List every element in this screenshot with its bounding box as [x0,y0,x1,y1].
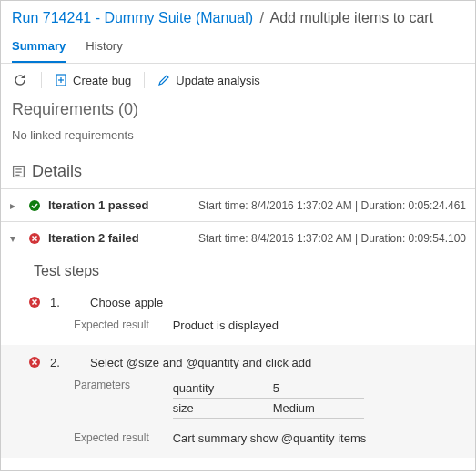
iteration-label: Iteration 2 failed [48,231,139,245]
iteration-header[interactable]: ▾ Iteration 2 failed Start time: 8/4/201… [1,222,475,254]
step-action: Select @size and @quantity and click add [79,356,311,369]
iteration-row: ▾ Iteration 2 failed Start time: 8/4/201… [1,222,475,470]
breadcrumb-current: Add multiple items to cart [269,10,433,25]
param-value: 5 [273,379,364,399]
expected-result-label: Expected result [74,431,169,444]
details-title: Details [32,162,82,181]
svg-rect-5 [15,172,21,173]
expected-result-label: Expected result [74,318,169,331]
iteration-label: Iteration 1 passed [48,198,149,212]
toolbar-divider [41,72,42,88]
details-icon [12,165,25,178]
details-header: Details [1,157,475,189]
tabs: Summary History [1,32,475,64]
table-row: size Medium [173,399,364,419]
requirements-title: Requirements (0) [1,96,475,125]
step-action: Choose apple [79,296,163,309]
test-step: 2. Select @size and @quantity and click … [1,345,475,458]
iteration-row: ▸ Iteration 1 passed Start time: 8/4/201… [1,189,475,222]
requirements-empty: No linked requirements [1,125,475,157]
create-bug-label: Create bug [73,74,131,87]
step-status-failed-icon [28,296,41,308]
param-name: size [173,399,273,419]
breadcrumb-separator: / [259,10,263,25]
refresh-icon [13,73,27,87]
param-value: Medium [273,399,364,419]
expected-result-value: Cart summary show @quantity items [173,431,367,445]
test-steps-title: Test steps [28,258,466,290]
parameters-table: quantity 5 size Medium [173,379,364,419]
test-step: 1. Choose apple Expected result Product … [28,290,466,345]
iteration-meta: Start time: 8/4/2016 1:37:02 AM | Durati… [198,232,466,245]
chevron-right-icon: ▸ [10,199,21,212]
create-bug-button[interactable]: Create bug [55,74,131,87]
chevron-down-icon: ▾ [10,232,21,245]
expected-result-value: Product is displayed [173,318,279,332]
toolbar-divider [144,72,145,88]
pencil-icon [157,74,170,86]
status-failed-icon [28,232,41,245]
step-number: 1. [50,296,70,309]
breadcrumb-link[interactable]: Run 714241 - Dummy Suite (Manual) [12,10,253,25]
update-analysis-button[interactable]: Update analysis [157,74,260,87]
svg-rect-6 [15,175,19,176]
update-analysis-label: Update analysis [176,74,260,87]
step-number: 2. [50,356,70,369]
svg-rect-4 [15,168,21,169]
toolbar: Create bug Update analysis [1,64,475,96]
tab-history[interactable]: History [86,32,122,63]
tab-summary[interactable]: Summary [12,32,66,63]
iteration-header[interactable]: ▸ Iteration 1 passed Start time: 8/4/201… [1,189,475,221]
param-name: quantity [173,379,273,399]
iteration-meta: Start time: 8/4/2016 1:37:02 AM | Durati… [198,199,466,212]
table-row: quantity 5 [173,379,364,399]
breadcrumb: Run 714241 - Dummy Suite (Manual) / Add … [1,1,475,32]
refresh-button[interactable] [12,72,28,88]
iteration-body: Test steps 1. Choose apple Expected resu… [1,254,475,470]
status-passed-icon [28,199,41,212]
step-status-failed-icon [28,356,41,369]
parameters-label: Parameters [74,379,169,391]
create-bug-icon [55,74,67,86]
